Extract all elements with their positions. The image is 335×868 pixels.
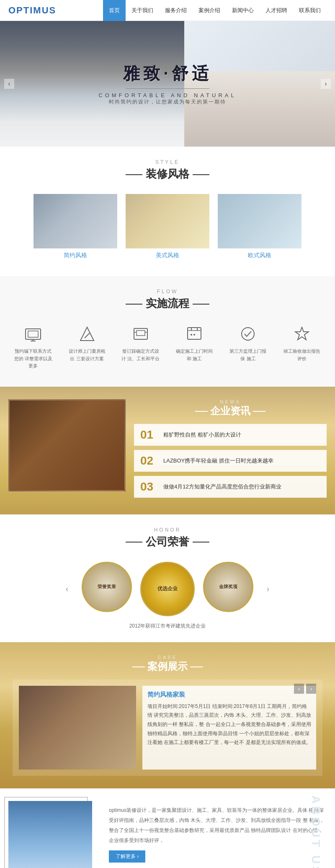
svg-rect-6 xyxy=(134,328,147,339)
news-image xyxy=(8,399,126,491)
about-inner: optimus装修设计，是一家集聚团设计、施工、家具、软装等为一体的整体家居企业… xyxy=(8,801,327,868)
nav-home[interactable]: 首页 xyxy=(103,0,126,21)
svg-marker-4 xyxy=(80,327,94,341)
news-num-3: 03 xyxy=(140,480,157,493)
process-step-1: 预约编下联系方式您的 详整需求以及更多 xyxy=(13,323,54,370)
hero-divider xyxy=(126,88,209,89)
process-text-2: 设计师上门量房检出 三套设计方案 xyxy=(66,348,107,362)
process-steps: 预约编下联系方式您的 详整需求以及更多 设计师上门量房检出 三套设计方案 签订踩… xyxy=(0,319,335,374)
svg-rect-1 xyxy=(28,331,38,337)
process-step-6: 竣工验收做出报告评价 xyxy=(281,323,322,370)
news-item-2[interactable]: 02 LAZBOY携手年轻金融 抓住一日时光越来越幸 xyxy=(134,450,327,472)
case-detail: 简约风格家装 项目开始时间:2017年5月1日 结束时间:2017年8月1日 工… xyxy=(142,686,316,770)
process-title-en: FLOW xyxy=(0,289,335,294)
hero-subtitle: 时尚简约的设计，让您家成为每天的第一期待 xyxy=(98,98,236,106)
svg-rect-7 xyxy=(137,331,145,336)
news-list: 01 粗犷野性自然 粗犷小居的大设计 02 LAZBOY携手年轻金融 抓住一日时… xyxy=(134,424,327,498)
process-title-cn: 实施流程 xyxy=(146,296,189,311)
style-title-cn: 装修风格 xyxy=(146,167,189,181)
about-section: optimus装修设计，是一家集聚团设计、施工、家具、软装等为一体的整体家居企业… xyxy=(0,788,335,868)
nav-contact[interactable]: 联系我们 xyxy=(293,0,327,21)
hero-text-block: 雅致·舒适 COMFORTABLE AND NATURAL 时尚简约的设计，让您… xyxy=(98,62,236,106)
process-section: FLOW 实施流程 预约编下联系方式您的 详整需求以及更多 设计师上门量房检出 … xyxy=(0,276,335,387)
style-card-1[interactable]: 简约风格 xyxy=(34,194,117,259)
nav-case[interactable]: 案例介绍 xyxy=(193,0,226,21)
process-icon-1 xyxy=(21,323,46,344)
news-title-cn: 企业资讯 xyxy=(210,404,250,418)
honor-item-3: 金牌奖项 xyxy=(203,562,253,612)
process-step-3: 签订踩确定方式设计 法、工长和平台 xyxy=(120,323,161,370)
process-step-5: 第三方监理上门报保 施工 xyxy=(227,323,268,370)
news-section: NEWS 企业资讯 01 粗犷野性自然 粗犷小居的大设计 02 LAZBOY携手… xyxy=(0,387,335,514)
svg-point-15 xyxy=(193,334,195,336)
style-img-1 xyxy=(34,194,117,248)
news-title-wrap: NEWS 企业资讯 xyxy=(134,399,327,418)
news-item-3[interactable]: 03 做做4月12方知量化产品高度您佰合您行业新商业 xyxy=(134,476,327,498)
style-img-3 xyxy=(218,194,302,248)
process-text-3: 签订踩确定方式设计 法、工长和平台 xyxy=(120,348,161,362)
svg-point-16 xyxy=(242,328,254,340)
nav-service[interactable]: 服务介绍 xyxy=(159,0,193,21)
process-text-1: 预约编下联系方式您的 详整需求以及更多 xyxy=(13,348,54,370)
main-nav: 首页 关于我们 服务介绍 案例介绍 新闻中心 人才招聘 联系我们 xyxy=(103,0,327,21)
news-text-2: LAZBOY携手年轻金融 抓住一日时光越来越幸 xyxy=(163,457,273,465)
case-section: CASE 案例展示 ‹ › 简约风格家装 项目开始时间:2017年5月1日 结束… xyxy=(0,642,335,788)
case-detail-title: 简约风格家装 xyxy=(147,691,311,699)
hero-title-en: COMFORTABLE AND NATURAL xyxy=(98,92,236,98)
process-icon-3 xyxy=(128,323,153,344)
style-img-2 xyxy=(126,194,209,248)
honor-caption: 2012年获得江市考评建筑先进企业 xyxy=(0,623,335,630)
news-text-3: 做做4月12方知量化产品高度您佰合您行业新商业 xyxy=(163,483,281,491)
hero-next-btn[interactable]: › xyxy=(321,79,331,89)
process-step-4: 确定施工上门时间和 施工 xyxy=(174,323,215,370)
case-title-en: CASE xyxy=(0,655,335,660)
process-icon-6 xyxy=(289,323,314,344)
case-inner: ‹ › 简约风格家装 项目开始时间:2017年5月1日 结束时间:2017年8月… xyxy=(13,679,322,776)
svg-rect-10 xyxy=(188,328,201,339)
news-title-en: NEWS xyxy=(134,399,327,404)
header: OPTIMUS 首页 关于我们 服务介绍 案例介绍 新闻中心 人才招聘 联系我们 xyxy=(0,0,335,21)
honor-title-cn: 公司荣誉 xyxy=(146,535,189,549)
case-next-btn[interactable]: › xyxy=(306,684,316,694)
about-image xyxy=(8,801,92,868)
case-detail-text: 项目开始时间:2017年5月1日 结束时间:2017年8月1日 工期两月，简约格… xyxy=(147,702,311,747)
news-num-1: 01 xyxy=(140,428,157,442)
style-label-1: 简约风格 xyxy=(34,252,117,259)
style-cards: 简约风格 美式风格 欧式风格 xyxy=(0,190,335,264)
honor-carousel: ‹ 荣誉奖章 优选企业 金牌奖项 › xyxy=(0,558,335,620)
style-title-en: STYLE xyxy=(0,159,335,165)
about-img-wrap xyxy=(8,801,100,868)
case-image xyxy=(19,686,136,770)
about-more-btn[interactable]: 了解更多 › xyxy=(109,850,145,863)
logo-text: OPTIMUS xyxy=(8,5,56,16)
hero-banner: 雅致·舒适 COMFORTABLE AND NATURAL 时尚简约的设计，让您… xyxy=(0,21,335,147)
svg-line-5 xyxy=(85,333,90,338)
honor-title-wrap: HONOR 公司荣誉 xyxy=(0,514,335,558)
about-side: ABOUT US 关于 我们 xyxy=(309,795,322,868)
about-side-en: ABOUT US xyxy=(309,795,322,868)
style-label-2: 美式风格 xyxy=(126,252,209,259)
news-item-1[interactable]: 01 粗犷野性自然 粗犷小居的大设计 xyxy=(134,424,327,446)
nav-about[interactable]: 关于我们 xyxy=(126,0,159,21)
honor-item-2: 优选企业 xyxy=(140,562,195,616)
case-prev-btn[interactable]: ‹ xyxy=(294,684,304,694)
svg-point-14 xyxy=(191,334,192,336)
logo: OPTIMUS xyxy=(8,5,56,16)
honor-next-btn[interactable]: › xyxy=(262,583,274,595)
hero-title-cn: 雅致·舒适 xyxy=(98,62,236,85)
process-text-4: 确定施工上门时间和 施工 xyxy=(174,348,215,362)
hero-prev-btn[interactable]: ‹ xyxy=(4,79,14,89)
honor-section: HONOR 公司荣誉 ‹ 荣誉奖章 优选企业 金牌奖项 › 2012年获得江市考… xyxy=(0,514,335,642)
nav-news[interactable]: 新闻中心 xyxy=(226,0,260,21)
nav-recruit[interactable]: 人才招聘 xyxy=(260,0,293,21)
honor-items: 荣誉奖章 优选企业 金牌奖项 xyxy=(82,562,253,616)
news-content: NEWS 企业资讯 01 粗犷野性自然 粗犷小居的大设计 02 LAZBOY携手… xyxy=(134,399,327,502)
honor-prev-btn[interactable]: ‹ xyxy=(61,583,73,595)
style-card-3[interactable]: 欧式风格 xyxy=(218,194,302,259)
news-num-2: 02 xyxy=(140,454,157,468)
process-step-2: 设计师上门量房检出 三套设计方案 xyxy=(66,323,107,370)
style-card-2[interactable]: 美式风格 xyxy=(126,194,209,259)
news-inner: NEWS 企业资讯 01 粗犷野性自然 粗犷小居的大设计 02 LAZBOY携手… xyxy=(8,399,327,502)
news-text-1: 粗犷野性自然 粗犷小居的大设计 xyxy=(163,431,241,439)
process-icon-2 xyxy=(75,323,100,344)
